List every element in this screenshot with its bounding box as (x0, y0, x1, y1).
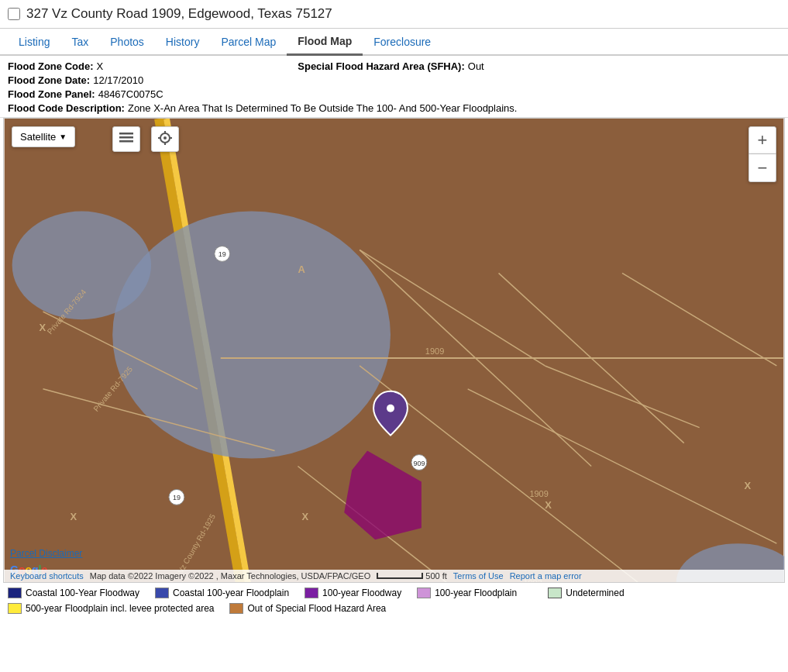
zoom-out-button[interactable]: − (748, 154, 776, 182)
map-svg: 1909 1909 1903 Private Rd-7924 Private R… (4, 119, 784, 582)
legend-color-100yr-floodplain (417, 588, 431, 598)
legend-color-coastal-floodway (8, 588, 22, 598)
minus-icon: − (758, 158, 768, 178)
tab-photos[interactable]: Photos (99, 29, 155, 54)
tab-flood-map[interactable]: Flood Map (287, 29, 363, 56)
zone-panel-label: Flood Zone Panel: (8, 88, 95, 100)
legend-color-coastal-floodplain (155, 588, 169, 598)
desc-label: Flood Code Description: (8, 102, 125, 114)
legend-item-500yr-floodplain: 500-year Floodplain incl. levee protecte… (8, 603, 214, 614)
svg-text:909: 909 (413, 460, 425, 467)
plus-icon: + (758, 130, 768, 150)
svg-text:19: 19 (173, 494, 181, 501)
svg-rect-38 (119, 133, 133, 135)
legend-item-100yr-floodway: 100-year Floodway (305, 588, 401, 598)
keyboard-shortcuts-link[interactable]: Keyboard shortcuts (10, 571, 84, 581)
svg-text:19: 19 (219, 250, 226, 258)
legend: Coastal 100-Year Floodway Coastal 100-ye… (0, 583, 788, 619)
legend-label-500yr-floodplain: 500-year Floodplain incl. levee protecte… (26, 603, 214, 614)
legend-color-out-of-sfha (229, 603, 243, 614)
svg-rect-40 (119, 140, 133, 143)
svg-point-42 (163, 136, 167, 140)
zone-date-value: 12/17/2010 (93, 74, 143, 86)
flood-info-section: Flood Zone Code: X Special Flood Hazard … (0, 56, 788, 118)
legend-label-100yr-floodplain: 100-year Floodplain (435, 588, 517, 598)
scale-label: 500 ft (377, 571, 447, 581)
svg-text:X: X (545, 499, 552, 511)
legend-item-undetermined: Undetermined (548, 588, 624, 598)
map-data-text: Map data ©2022 Imagery ©2022 , Maxar Tec… (90, 571, 370, 581)
legend-item-coastal-floodplain: Coastal 100-year Floodplain (155, 588, 289, 598)
svg-text:X: X (301, 511, 308, 522)
tab-foreclosure[interactable]: Foreclosure (363, 29, 442, 54)
sfha-value: Out (468, 60, 484, 72)
chevron-down-icon: ▼ (59, 133, 67, 141)
legend-color-500yr-floodplain (8, 603, 22, 614)
layers-icon (119, 131, 133, 145)
tabs-bar: Listing Tax Photos History Parcel Map Fl… (0, 29, 788, 56)
legend-color-100yr-floodway (305, 588, 318, 598)
svg-text:X: X (744, 480, 751, 491)
legend-label-coastal-floodway: Coastal 100-Year Floodway (26, 588, 139, 598)
legend-color-undetermined (548, 588, 562, 598)
terms-link[interactable]: Terms of Use (453, 571, 504, 581)
satellite-button[interactable]: Satellite ▼ (12, 126, 75, 147)
tab-history[interactable]: History (155, 29, 211, 54)
sfha-label: Special Flood Hazard Area (SFHA): (298, 60, 465, 72)
svg-text:1909: 1909 (529, 489, 548, 498)
svg-text:X: X (40, 322, 46, 333)
legend-label-undetermined: Undetermined (566, 588, 624, 598)
legend-label-out-of-sfha: Out of Special Flood Hazard Area (247, 603, 386, 614)
address-checkbox[interactable] (8, 8, 20, 20)
svg-text:X: X (70, 511, 77, 522)
svg-text:A: A (298, 264, 305, 275)
layers-button[interactable] (112, 126, 140, 152)
svg-point-4 (12, 212, 151, 320)
zone-panel-value: 48467C0075C (98, 88, 163, 100)
zone-code-value: X (96, 60, 103, 72)
map-bottom-bar: Keyboard shortcuts Map data ©2022 Imager… (4, 570, 784, 582)
legend-item-coastal-floodway: Coastal 100-Year Floodway (8, 588, 139, 598)
zone-date-label: Flood Zone Date: (8, 74, 90, 86)
flood-map[interactable]: 1909 1909 1903 Private Rd-7924 Private R… (3, 118, 785, 583)
satellite-label: Satellite (20, 131, 56, 143)
location-icon (158, 131, 172, 145)
tab-listing[interactable]: Listing (8, 29, 60, 54)
legend-label-coastal-floodplain: Coastal 100-year Floodplain (173, 588, 289, 598)
svg-text:1909: 1909 (425, 346, 444, 356)
location-button[interactable] (151, 126, 179, 152)
address-text: 327 Vz County Road 1909, Edgewood, Texas… (26, 6, 332, 22)
zoom-in-button[interactable]: + (748, 126, 776, 154)
legend-item-out-of-sfha: Out of Special Flood Hazard Area (229, 603, 386, 614)
address-bar: 327 Vz County Road 1909, Edgewood, Texas… (0, 0, 788, 29)
parcel-disclaimer-link[interactable]: Parcel Disclaimer (10, 548, 82, 559)
report-link[interactable]: Report a map error (510, 571, 582, 581)
svg-rect-39 (119, 136, 133, 139)
tab-parcel-map[interactable]: Parcel Map (210, 29, 287, 54)
svg-point-3 (112, 212, 391, 459)
tab-tax[interactable]: Tax (60, 29, 99, 54)
legend-item-100yr-floodplain: 100-year Floodplain (417, 588, 517, 598)
desc-value: Zone X-An Area That Is Determined To Be … (128, 102, 518, 114)
svg-point-35 (387, 405, 394, 412)
legend-label-100yr-floodway: 100-year Floodway (322, 588, 401, 598)
zone-code-label: Flood Zone Code: (8, 60, 93, 72)
